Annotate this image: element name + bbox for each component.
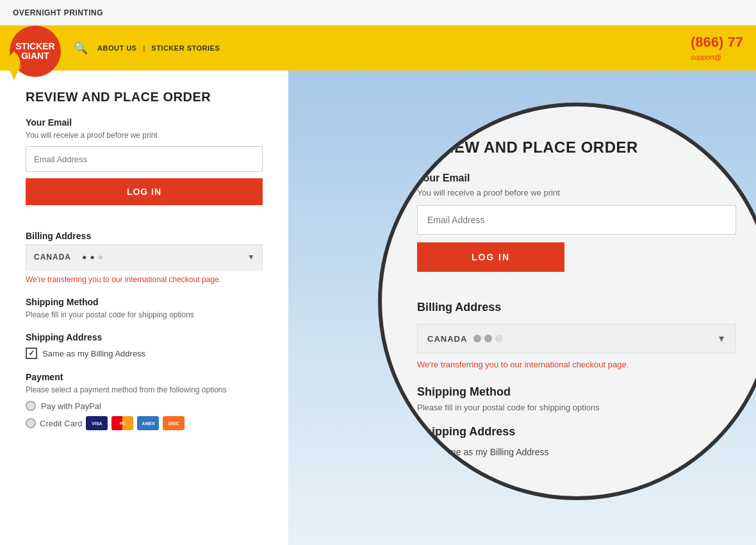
email-section-sublabel: You will receive a proof before we print [26, 131, 263, 140]
visa-icon: VISA [86, 416, 108, 430]
mag-country-dots [473, 335, 503, 342]
nav-sticker-stories[interactable]: STICKER STORIES [151, 44, 220, 52]
flame-icon [4, 51, 24, 80]
magnifier-content: REVIEW AND PLACE ORDER Your Email You wi… [382, 106, 756, 500]
discover-icon: DISC [163, 416, 185, 430]
magnifier-overlay: REVIEW AND PLACE ORDER Your Email You wi… [378, 103, 756, 500]
nav-divider: | [143, 44, 145, 52]
mag-transfer-message: We're transferring you to our internatio… [417, 360, 736, 369]
mag-country-display[interactable]: CANADA ▼ [417, 324, 736, 353]
email-section-label: Your Email [26, 117, 263, 128]
mag-country-text: CANADA [427, 334, 467, 344]
mag-billing-label: Billing Address [417, 301, 736, 314]
same-billing-checkbox[interactable]: ✓ [26, 348, 37, 359]
credit-label: Credit Card [40, 419, 82, 428]
mag-shipping-method-label: Shipping Method [417, 385, 736, 399]
logo-circle: Sticker Giant [10, 26, 61, 77]
mastercard-icon: MC [111, 416, 133, 430]
mag-email-sublabel: You will receive a proof before we print [417, 188, 736, 197]
mag-shipping-method-sublabel: Please fill in your postal code for ship… [417, 403, 736, 412]
paypal-option: Pay with PayPal [26, 401, 263, 411]
left-panel: REVIEW AND PLACE ORDER Your Email You wi… [0, 71, 288, 545]
mag-shipping-address-section: Shipping Address ✓ Same as my Billing Ad… [417, 425, 736, 459]
dot1 [473, 335, 481, 342]
mag-country-wrapper: CANADA ▼ [417, 324, 736, 353]
mag-select-arrow-icon: ▼ [717, 333, 726, 344]
mag-email-input[interactable] [417, 205, 736, 235]
shipping-method-label: Shipping Method [26, 297, 263, 307]
login-button[interactable]: LOG IN [26, 178, 263, 205]
amex-icon: AMEX [137, 416, 159, 430]
nav-links: 🔍 ABOUT US | STICKER STORIES [74, 41, 220, 55]
mag-email-section: Your Email You will receive a proof befo… [417, 172, 736, 291]
same-as-billing-row: ✓ Same as my Billing Address [26, 348, 263, 359]
logo-container: Sticker Giant [10, 19, 61, 77]
mag-form-title: REVIEW AND PLACE ORDER [417, 138, 736, 156]
mag-shipping-method-section: Shipping Method Please fill in your post… [417, 385, 736, 412]
mag-billing-section: Billing Address CANADA ▼ We're transferr… [417, 301, 736, 369]
email-section: Your Email You will receive a proof befo… [26, 117, 263, 221]
nav-phone: (866) 77 support@ [691, 34, 743, 62]
overnight-text: OVERNIGHT PRINTING [13, 8, 103, 17]
paypal-radio[interactable] [26, 401, 36, 411]
mag-shipping-address-label: Shipping Address [417, 425, 736, 439]
payment-label: Payment [26, 372, 263, 382]
form-title: REVIEW AND PLACE ORDER [26, 90, 263, 105]
search-icon[interactable]: 🔍 [74, 41, 88, 55]
header-bar: OVERNIGHT PRINTING [0, 0, 756, 26]
shipping-method-section: Shipping Method Please fill in your post… [26, 297, 263, 319]
mag-same-billing-label: Same as my Billing Address [438, 447, 549, 457]
nav-about[interactable]: ABOUT US [97, 44, 136, 52]
paypal-label: Pay with PayPal [41, 401, 101, 411]
email-input[interactable] [26, 146, 263, 172]
billing-section: Billing Address CANADA ● ● ○ ▼ We're tra… [26, 231, 263, 284]
payment-section: Payment Please select a payment method f… [26, 372, 263, 430]
dot2 [484, 335, 492, 342]
check-mark-icon: ✓ [28, 349, 35, 358]
credit-card-option: Credit Card VISA MC AMEX DISC [26, 416, 263, 430]
navbar: Sticker Giant 🔍 ABOUT US | STICKER STORI… [0, 26, 756, 71]
country-select[interactable]: CANADA ● ● ○ [26, 244, 263, 270]
phone-number: (866) 77 [691, 34, 743, 51]
shipping-address-label: Shipping Address [26, 332, 263, 342]
mag-email-label: Your Email [417, 172, 736, 184]
credit-radio[interactable] [26, 418, 36, 428]
mag-same-billing-row: ✓ Same as my Billing Address [417, 445, 736, 459]
dot3 [495, 335, 503, 342]
transfer-message: We're transferring you to our internatio… [26, 275, 263, 284]
mag-login-button[interactable]: LOG IN [417, 242, 564, 272]
payment-sublabel: Please select a payment method from the … [26, 385, 263, 394]
main-area: REVIEW AND PLACE ORDER Your Email You wi… [0, 71, 756, 545]
support-text: support@ [691, 53, 721, 61]
shipping-method-sublabel: Please fill in your postal code for ship… [26, 310, 263, 319]
same-billing-label: Same as my Billing Address [42, 349, 145, 358]
country-select-wrapper: CANADA ● ● ○ ▼ [26, 244, 263, 270]
shipping-address-section: Shipping Address ✓ Same as my Billing Ad… [26, 332, 263, 359]
billing-label: Billing Address [26, 231, 263, 241]
